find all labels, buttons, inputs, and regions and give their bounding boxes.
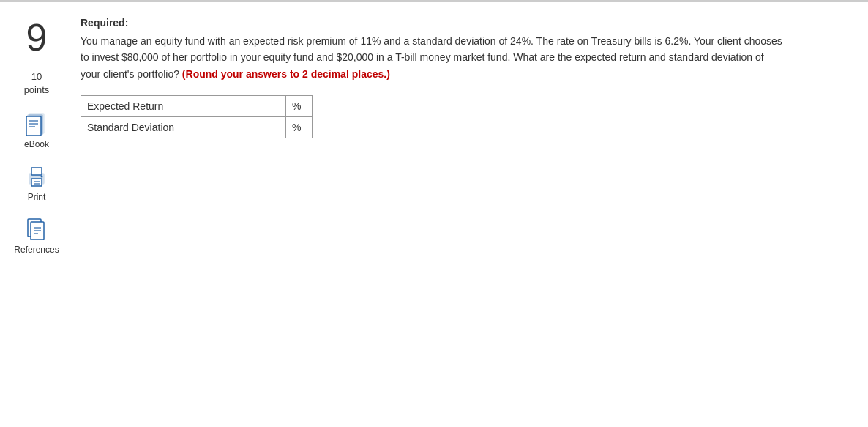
question-text-bold-red: (Round your answers to 2 decimal places.…	[182, 68, 390, 80]
references-icon	[23, 217, 50, 243]
references-label: References	[14, 245, 59, 255]
question-number: 9	[26, 18, 48, 56]
standard-deviation-label: Standard Deviation	[81, 117, 198, 138]
content-area: Required: You manage an equity fund with…	[73, 10, 868, 270]
expected-return-input-cell	[198, 96, 286, 117]
ebook-icon	[23, 111, 50, 138]
points-label: 10 points	[24, 70, 50, 97]
main-layout: 9 10 points eBook	[0, 2, 868, 277]
standard-deviation-input-cell	[198, 117, 286, 138]
question-number-box: 9	[10, 10, 64, 64]
svg-point-9	[41, 176, 43, 178]
answer-table: Expected Return % Standard Deviation %	[81, 95, 313, 138]
print-label: Print	[28, 192, 46, 202]
question-text: You manage an equity fund with an expect…	[81, 33, 783, 82]
expected-return-unit: %	[286, 96, 313, 117]
points-value: 10	[24, 70, 50, 83]
references-button[interactable]: References	[14, 217, 59, 255]
ebook-button[interactable]: eBook	[23, 111, 50, 149]
left-sidebar: 9 10 points eBook	[0, 10, 73, 270]
print-button[interactable]: Print	[23, 164, 50, 202]
standard-deviation-unit: %	[286, 117, 313, 138]
print-icon	[23, 164, 50, 190]
table-row-expected-return: Expected Return %	[81, 96, 313, 117]
standard-deviation-input[interactable]	[198, 117, 285, 138]
required-label: Required:	[81, 17, 853, 29]
points-text: points	[24, 83, 50, 97]
expected-return-label: Expected Return	[81, 96, 198, 117]
svg-rect-8	[31, 179, 42, 186]
ebook-label: eBook	[24, 139, 49, 149]
svg-rect-7	[31, 168, 42, 175]
expected-return-input[interactable]	[198, 96, 285, 116]
table-row-standard-deviation: Standard Deviation %	[81, 117, 313, 138]
